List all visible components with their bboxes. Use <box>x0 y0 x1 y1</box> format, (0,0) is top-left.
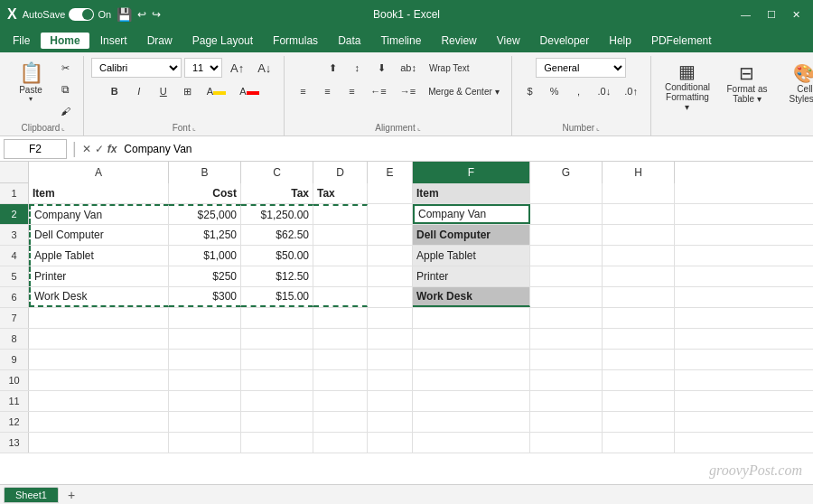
cell-f9[interactable] <box>413 350 530 369</box>
cell-d8[interactable] <box>313 329 368 349</box>
col-header-b[interactable]: B <box>169 162 241 183</box>
formula-input[interactable] <box>120 143 809 155</box>
cell-f3[interactable]: Dell Computer <box>413 225 530 245</box>
cell-d9[interactable] <box>313 350 368 369</box>
italic-button[interactable]: I <box>128 81 150 101</box>
minimize-btn[interactable]: — <box>735 9 756 21</box>
menu-data[interactable]: Data <box>329 33 369 49</box>
cell-a4[interactable]: Apple Tablet <box>29 246 169 266</box>
redo-icon[interactable]: ↪ <box>152 8 161 21</box>
cell-b6[interactable]: $300 <box>169 287 241 307</box>
cell-a5[interactable]: Printer <box>29 266 169 286</box>
text-direction-button[interactable]: ab↕ <box>395 58 422 78</box>
cell-f10[interactable] <box>413 370 530 390</box>
sheet1-tab[interactable]: Sheet1 <box>4 487 59 503</box>
cut-button[interactable]: ✂ <box>54 58 76 78</box>
align-left-button[interactable]: ≡ <box>292 81 313 101</box>
cell-c11[interactable] <box>241 391 313 411</box>
menu-timeline[interactable]: Timeline <box>371 33 430 49</box>
cell-a8[interactable] <box>29 329 169 349</box>
font-size-select[interactable]: 11 <box>184 58 222 78</box>
maximize-btn[interactable]: ☐ <box>762 9 781 21</box>
formula-fx-icon[interactable]: fx <box>107 143 117 155</box>
cell-a1[interactable]: Item <box>29 183 169 203</box>
cell-f7[interactable]: 📋 (Ctrl) ▾ <box>413 308 530 328</box>
cell-c5[interactable]: $12.50 <box>241 266 313 286</box>
copy-button[interactable]: ⧉ <box>54 79 76 99</box>
cell-e5[interactable] <box>368 266 413 286</box>
formula-confirm-icon[interactable]: ✓ <box>95 143 104 155</box>
wrap-text-button[interactable]: Wrap Text <box>425 58 474 78</box>
cell-f5[interactable]: Printer <box>413 266 530 286</box>
cell-c8[interactable] <box>241 329 313 349</box>
cell-a3[interactable]: Dell Computer <box>29 225 169 245</box>
cell-g12[interactable] <box>530 412 603 432</box>
menu-insert[interactable]: Insert <box>91 33 136 49</box>
cell-c7[interactable] <box>241 308 313 328</box>
cell-d12[interactable] <box>313 412 368 432</box>
menu-pdfelement[interactable]: PDFelement <box>642 33 721 49</box>
cell-b10[interactable] <box>169 370 241 390</box>
cell-e13[interactable] <box>368 433 413 453</box>
col-header-a[interactable]: A <box>29 162 169 183</box>
cell-c2[interactable]: $1,250.00 <box>241 204 313 224</box>
cell-e9[interactable] <box>368 350 413 369</box>
close-btn[interactable]: ✕ <box>787 9 806 21</box>
paste-button[interactable]: 📋 Paste ▾ <box>11 58 51 107</box>
cell-a11[interactable] <box>29 391 169 411</box>
cell-styles-button[interactable]: 🎨 CellStyles ▾ <box>778 56 813 110</box>
cell-h13[interactable] <box>603 433 675 453</box>
align-center-button[interactable]: ≡ <box>316 81 338 101</box>
cell-e6[interactable] <box>368 287 413 307</box>
cell-b9[interactable] <box>169 350 241 369</box>
cell-e10[interactable] <box>368 370 413 390</box>
menu-page-layout[interactable]: Page Layout <box>183 33 262 49</box>
cell-g7[interactable] <box>530 308 603 328</box>
cell-e7[interactable] <box>368 308 413 328</box>
cell-c9[interactable] <box>241 350 313 369</box>
align-right-button[interactable]: ≡ <box>341 81 362 101</box>
align-middle-button[interactable]: ↕ <box>346 58 368 78</box>
format-as-table-button[interactable]: ⊟ Format asTable ▾ <box>720 56 774 110</box>
cell-g10[interactable] <box>530 370 603 390</box>
cell-a2[interactable]: Company Van <box>29 204 169 224</box>
border-button[interactable]: ⊞ <box>177 81 199 101</box>
cell-e11[interactable] <box>368 391 413 411</box>
menu-draw[interactable]: Draw <box>138 33 182 49</box>
cell-d10[interactable] <box>313 370 368 390</box>
bold-button[interactable]: B <box>104 81 126 101</box>
decrease-decimal-button[interactable]: .0↓ <box>593 81 617 101</box>
merge-center-button[interactable]: Merge & Center ▾ <box>424 81 503 101</box>
cell-g4[interactable] <box>530 246 603 266</box>
cell-a12[interactable] <box>29 412 169 432</box>
cell-h2[interactable] <box>603 204 675 224</box>
cell-c4[interactable]: $50.00 <box>241 246 313 266</box>
cell-g9[interactable] <box>530 350 603 369</box>
cell-b4[interactable]: $1,000 <box>169 246 241 266</box>
cell-c6[interactable]: $15.00 <box>241 287 313 307</box>
cell-b8[interactable] <box>169 329 241 349</box>
cell-h6[interactable] <box>603 287 675 307</box>
cell-h9[interactable] <box>603 350 675 369</box>
cell-c10[interactable] <box>241 370 313 390</box>
cell-g1[interactable] <box>530 183 603 203</box>
increase-decimal-button[interactable]: .0↑ <box>619 81 643 101</box>
name-box[interactable] <box>4 139 67 159</box>
col-header-f[interactable]: F <box>413 162 530 183</box>
cell-h3[interactable] <box>603 225 675 245</box>
cell-d7[interactable] <box>313 308 368 328</box>
cell-b3[interactable]: $1,250 <box>169 225 241 245</box>
cell-d13[interactable] <box>313 433 368 453</box>
cell-b11[interactable] <box>169 391 241 411</box>
cell-d2[interactable] <box>313 204 368 224</box>
format-painter-button[interactable]: 🖌 <box>54 101 76 121</box>
cell-f6[interactable]: Work Desk <box>413 287 530 307</box>
underline-button[interactable]: U <box>153 81 174 101</box>
save-icon[interactable]: 💾 <box>117 7 132 22</box>
cell-b2[interactable]: $25,000 <box>169 204 241 224</box>
cell-b1[interactable]: Cost <box>169 183 241 203</box>
menu-file[interactable]: File <box>4 33 39 49</box>
align-top-button[interactable]: ⬆ <box>322 58 343 78</box>
number-expand-icon[interactable]: ⌞ <box>596 124 600 132</box>
cell-a6[interactable]: Work Desk <box>29 287 169 307</box>
